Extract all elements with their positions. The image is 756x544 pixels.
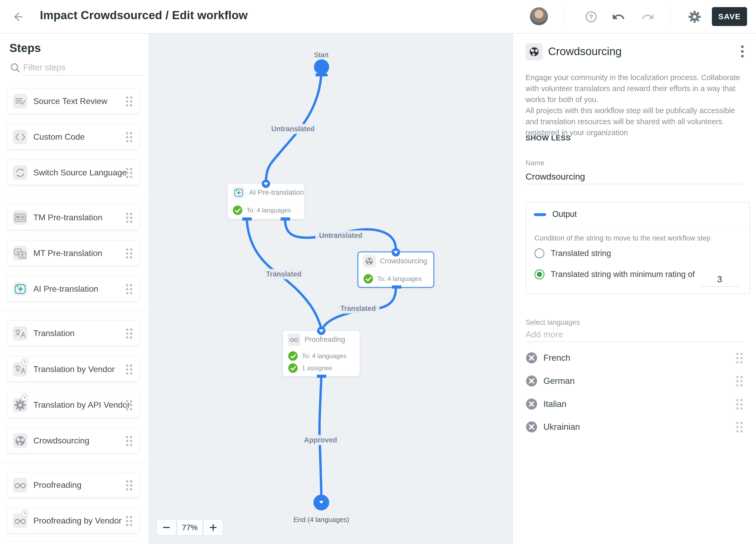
step-card-source-text-review[interactable]: Source Text Review bbox=[7, 88, 139, 114]
step-card-ai-pre-translation[interactable]: AI Pre-translation bbox=[7, 276, 139, 301]
drag-handle[interactable] bbox=[125, 167, 133, 178]
language-name: German bbox=[543, 373, 575, 389]
sync-icon bbox=[13, 165, 27, 180]
ai-sparkle-icon bbox=[232, 186, 245, 199]
drag-handle[interactable] bbox=[735, 352, 743, 364]
drag-handle[interactable] bbox=[125, 399, 133, 411]
add-language-input[interactable] bbox=[526, 328, 744, 342]
check-icon bbox=[288, 363, 298, 373]
drag-handle[interactable] bbox=[735, 375, 743, 387]
drag-handle[interactable] bbox=[125, 247, 133, 259]
step-card-mt-pre-translation[interactable]: G MT Pre-translation bbox=[7, 240, 139, 266]
drag-handle[interactable] bbox=[125, 435, 133, 446]
end-node[interactable] bbox=[313, 495, 329, 510]
zoom-in-button[interactable] bbox=[203, 519, 223, 536]
header: Impact Crowdsourced / Edit workflow ? SA… bbox=[0, 0, 756, 34]
filter-row bbox=[9, 61, 143, 76]
name-input[interactable] bbox=[526, 169, 744, 184]
globe-icon bbox=[13, 433, 27, 448]
zoom-out-button[interactable] bbox=[157, 519, 176, 536]
drag-handle[interactable] bbox=[125, 131, 133, 143]
node-proofreading[interactable]: Proofreading To: 4 languages 1 assignee bbox=[283, 331, 360, 376]
output-title: Output bbox=[552, 202, 577, 226]
output-connector-icon bbox=[534, 213, 546, 216]
save-button[interactable]: SAVE bbox=[712, 7, 747, 26]
minimum-rating-input[interactable] bbox=[699, 272, 740, 287]
redo-icon[interactable] bbox=[641, 10, 655, 24]
input-port[interactable] bbox=[262, 180, 270, 188]
workflow-canvas[interactable]: Start Untranslated Untranslated Translat… bbox=[149, 34, 513, 544]
filter-steps-input[interactable] bbox=[23, 61, 143, 74]
drag-handle[interactable] bbox=[125, 479, 133, 491]
step-card-proofreading-by-vendor[interactable]: V Proofreading by Vendor bbox=[7, 508, 139, 533]
show-less-link[interactable]: SHOW LESS bbox=[526, 134, 571, 142]
step-card-translation-by-api-vendor[interactable]: V Translation by API Vendor bbox=[7, 392, 139, 417]
language-row: Italian bbox=[526, 396, 744, 412]
drag-handle[interactable] bbox=[125, 95, 133, 107]
description-paragraph: Engage your community in the localizatio… bbox=[526, 72, 749, 105]
remove-icon[interactable] bbox=[526, 421, 538, 433]
step-card-crowdsourcing[interactable]: Crowdsourcing bbox=[7, 428, 139, 453]
node-title: Proofreading bbox=[305, 331, 345, 348]
search-icon bbox=[9, 62, 21, 74]
gear-icon[interactable] bbox=[688, 10, 701, 24]
output-port[interactable] bbox=[317, 375, 326, 378]
language-row: Ukrainian bbox=[526, 419, 744, 435]
language-row: German bbox=[526, 373, 744, 389]
start-node-stub bbox=[316, 74, 328, 76]
undo-icon[interactable] bbox=[612, 10, 625, 24]
zoom-level: 77% bbox=[177, 519, 203, 536]
node-crowdsourcing[interactable]: Crowdsourcing To: 4 languages bbox=[358, 252, 434, 288]
node-ai-pre-translation[interactable]: AI Pre-translation To: 4 languages bbox=[227, 184, 305, 219]
edge-label: Translated bbox=[337, 304, 379, 314]
step-card-tm-pre-translation[interactable]: TM Pre-translation bbox=[7, 205, 139, 230]
glasses-icon bbox=[13, 478, 27, 492]
help-icon[interactable]: ? bbox=[584, 10, 598, 24]
language-name: Ukrainian bbox=[543, 419, 580, 435]
input-port[interactable] bbox=[317, 327, 325, 335]
edge-label: Translated bbox=[262, 269, 305, 279]
output-port[interactable] bbox=[242, 217, 252, 221]
kebab-menu-icon[interactable] bbox=[735, 44, 750, 59]
radio-icon[interactable] bbox=[534, 248, 544, 258]
globe-icon bbox=[526, 43, 543, 60]
drag-handle[interactable] bbox=[125, 363, 133, 375]
step-card-translation-by-vendor[interactable]: V Translation by Vendor bbox=[7, 356, 139, 382]
globe-icon bbox=[363, 255, 376, 268]
drag-handle[interactable] bbox=[125, 515, 133, 526]
drag-handle[interactable] bbox=[125, 327, 133, 339]
node-detail: To: 4 languages bbox=[302, 352, 346, 360]
translate-icon bbox=[13, 326, 27, 341]
radio-option-minimum-rating[interactable]: Translated string with minimum rating of bbox=[534, 269, 695, 279]
steps-heading: Steps bbox=[9, 41, 41, 55]
end-node-label: End (4 languages) bbox=[293, 516, 349, 524]
step-card-translation[interactable]: Translation bbox=[7, 320, 139, 346]
remove-icon[interactable] bbox=[526, 352, 538, 364]
ai-sparkle-icon bbox=[13, 282, 27, 296]
back-arrow-icon[interactable] bbox=[12, 11, 24, 23]
step-card-proofreading[interactable]: Proofreading bbox=[7, 472, 139, 498]
drag-handle[interactable] bbox=[735, 398, 743, 410]
start-node[interactable] bbox=[314, 59, 329, 75]
tm-icon bbox=[13, 210, 27, 225]
page-title: Impact Crowdsourced / Edit workflow bbox=[40, 9, 248, 22]
drag-handle[interactable] bbox=[125, 283, 133, 295]
radio-selected-icon[interactable] bbox=[534, 269, 544, 279]
drag-handle[interactable] bbox=[125, 212, 133, 223]
remove-icon[interactable] bbox=[526, 398, 538, 410]
drag-handle[interactable] bbox=[735, 421, 743, 433]
step-card-switch-source-language[interactable]: Switch Source Language bbox=[7, 160, 139, 185]
radio-option-translated-string[interactable]: Translated string bbox=[534, 248, 611, 258]
language-name: Italian bbox=[543, 396, 566, 412]
source-review-icon bbox=[13, 94, 27, 108]
avatar[interactable] bbox=[530, 7, 548, 25]
input-port[interactable] bbox=[392, 248, 400, 257]
glasses-icon bbox=[288, 333, 300, 346]
check-icon bbox=[288, 351, 298, 361]
output-port[interactable] bbox=[281, 217, 290, 221]
step-card-custom-code[interactable]: Custom Code bbox=[7, 124, 139, 149]
language-row: French bbox=[526, 350, 744, 366]
name-field-label: Name bbox=[526, 159, 544, 167]
remove-icon[interactable] bbox=[526, 375, 538, 387]
output-port[interactable] bbox=[392, 285, 401, 289]
